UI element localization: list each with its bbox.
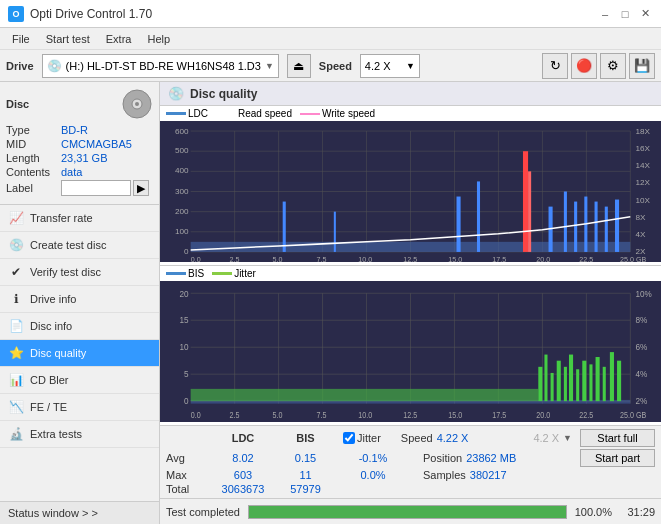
app-icon: O (8, 6, 24, 22)
svg-text:10: 10 (180, 341, 189, 352)
close-button[interactable]: ✕ (637, 6, 653, 22)
menu-help[interactable]: Help (139, 31, 178, 47)
disc-title: Disc (6, 98, 29, 110)
sidebar-item-extra-tests[interactable]: 🔬 Extra tests (0, 421, 159, 448)
toolbar-icons: ↻ 🔴 ⚙ 💾 (542, 53, 655, 79)
svg-text:10.0: 10.0 (358, 411, 372, 421)
sidebar-item-cd-bler[interactable]: 📊 CD Bler (0, 367, 159, 394)
extra-tests-icon: 🔬 (8, 426, 24, 442)
content-area: 💿 Disc quality LDC Read speed Write spee… (160, 82, 661, 524)
svg-rect-87 (589, 364, 592, 401)
svg-text:2.5: 2.5 (230, 256, 240, 262)
sidebar-item-verify-test-disc[interactable]: ✔ Verify test disc (0, 259, 159, 286)
drive-select[interactable]: 💿 (H:) HL-DT-ST BD-RE WH16NS48 1.D3 ▼ (42, 54, 279, 78)
svg-rect-23 (334, 212, 336, 252)
transfer-rate-icon: 📈 (8, 210, 24, 226)
svg-text:0.0: 0.0 (191, 411, 201, 421)
samples-value: 380217 (470, 469, 507, 481)
svg-text:7.5: 7.5 (316, 256, 326, 262)
position-label: Position (423, 452, 462, 464)
disc-label-field: Label ▶ (6, 180, 153, 196)
svg-text:7.5: 7.5 (316, 411, 326, 421)
progress-bar-area: Test completed 100.0% 31:29 (160, 498, 661, 524)
svg-rect-26 (523, 151, 528, 252)
status-window-button[interactable]: Status window > > (0, 501, 159, 524)
maximize-button[interactable]: □ (617, 6, 633, 22)
svg-text:25.0 GB: 25.0 GB (620, 256, 646, 262)
svg-text:12X: 12X (635, 179, 650, 188)
jitter-checkbox[interactable] (343, 432, 355, 444)
svg-text:8X: 8X (635, 213, 646, 222)
svg-rect-81 (551, 373, 554, 401)
disc-label-input[interactable] (61, 180, 131, 196)
save-button[interactable]: 💾 (629, 53, 655, 79)
sidebar-item-create-test-disc[interactable]: 💿 Create test disc (0, 232, 159, 259)
title-bar: O Opti Drive Control 1.70 – □ ✕ (0, 0, 661, 28)
svg-rect-86 (582, 361, 586, 401)
svg-rect-89 (603, 367, 606, 401)
eject-button[interactable]: ⏏ (287, 54, 311, 78)
menu-extra[interactable]: Extra (98, 31, 140, 47)
svg-text:4X: 4X (635, 230, 646, 239)
svg-rect-82 (557, 361, 561, 401)
svg-text:4%: 4% (635, 368, 647, 379)
disc-section: Disc Type BD-R MID CMCMAGBA5 Length 23,3… (0, 82, 159, 205)
svg-text:8%: 8% (635, 314, 647, 325)
avg-ldc-value: 8.02 (208, 452, 278, 464)
svg-text:12.5: 12.5 (403, 256, 417, 262)
progress-percent: 100.0% (575, 506, 612, 518)
svg-rect-85 (576, 369, 579, 401)
svg-text:0: 0 (184, 395, 189, 406)
sidebar: Disc Type BD-R MID CMCMAGBA5 Length 23,3… (0, 82, 160, 524)
svg-text:15.0: 15.0 (448, 411, 462, 421)
svg-text:5.0: 5.0 (272, 256, 282, 262)
speed-select[interactable]: 4.2 X ▼ (360, 54, 420, 78)
menu-bar: File Start test Extra Help (0, 28, 661, 50)
max-jitter-value: 0.0% (343, 469, 403, 481)
svg-rect-25 (477, 181, 480, 252)
disc-mid-field: MID CMCMAGBA5 (6, 138, 153, 150)
svg-rect-32 (595, 202, 598, 252)
avg-bis-value: 0.15 (278, 452, 333, 464)
settings-button[interactable]: ⚙ (600, 53, 626, 79)
disc-type-value: BD-R (61, 124, 88, 136)
sidebar-item-drive-info[interactable]: ℹ Drive info (0, 286, 159, 313)
total-ldc-value: 3063673 (208, 483, 278, 495)
ldc-chart-svg: 0 100 200 300 400 500 600 18X 16X 14X 12… (160, 121, 661, 262)
disc-quality-header-icon: 💿 (168, 86, 184, 101)
svg-text:2.5: 2.5 (230, 411, 240, 421)
jitter-header: Jitter (357, 432, 381, 444)
sidebar-item-disc-info[interactable]: 📄 Disc info (0, 313, 159, 340)
svg-text:100: 100 (175, 227, 189, 236)
bis-header: BIS (278, 432, 333, 444)
start-full-button[interactable]: Start full (580, 429, 655, 447)
svg-text:10.0: 10.0 (358, 256, 372, 262)
svg-text:22.5: 22.5 (579, 411, 593, 421)
start-part-button[interactable]: Start part (580, 449, 655, 467)
sidebar-item-fe-te[interactable]: 📉 FE / TE (0, 394, 159, 421)
disc-color-button[interactable]: 🔴 (571, 53, 597, 79)
sidebar-item-disc-quality[interactable]: ⭐ Disc quality (0, 340, 159, 367)
svg-text:17.5: 17.5 (492, 256, 506, 262)
svg-text:15.0: 15.0 (448, 256, 462, 262)
menu-start-test[interactable]: Start test (38, 31, 98, 47)
sidebar-item-transfer-rate[interactable]: 📈 Transfer rate (0, 205, 159, 232)
minimize-button[interactable]: – (597, 6, 613, 22)
bis-legend-color (166, 272, 186, 275)
refresh-button[interactable]: ↻ (542, 53, 568, 79)
svg-text:5.0: 5.0 (272, 411, 282, 421)
max-label: Max (166, 469, 208, 481)
disc-length-field: Length 23,31 GB (6, 152, 153, 164)
svg-rect-34 (615, 200, 619, 252)
svg-rect-84 (569, 355, 573, 402)
disc-info-icon: 📄 (8, 318, 24, 334)
disc-label-button[interactable]: ▶ (133, 180, 149, 196)
total-bis-value: 57979 (278, 483, 333, 495)
svg-text:0.0: 0.0 (191, 256, 201, 262)
svg-rect-79 (538, 367, 542, 401)
svg-rect-24 (457, 197, 461, 252)
menu-file[interactable]: File (4, 31, 38, 47)
speed-header-value: 4.22 X (437, 432, 469, 444)
svg-text:20: 20 (180, 288, 189, 299)
progress-bar-inner (249, 506, 566, 518)
